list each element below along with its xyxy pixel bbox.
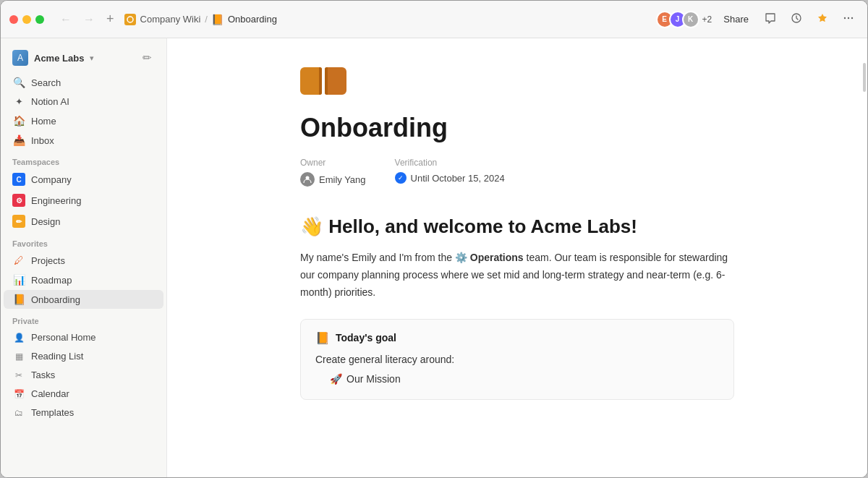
templates-icon: 🗂	[12, 408, 25, 418]
sidebar-item-tasks[interactable]: ✂ Tasks	[4, 366, 163, 384]
add-page-button[interactable]: +	[102, 9, 119, 30]
owner-name: Emily Yang	[319, 174, 366, 185]
company-icon: C	[12, 173, 25, 186]
reading-list-icon: ▦	[12, 351, 25, 362]
sidebar-item-inbox-label: Inbox	[31, 135, 54, 146]
callout-icon: 📙	[315, 331, 330, 345]
sidebar-item-tasks-label: Tasks	[31, 370, 55, 380]
traffic-lights	[9, 15, 44, 24]
workspace-icon	[124, 14, 136, 25]
workspace-name: Acme Labs	[34, 53, 84, 64]
breadcrumb-page[interactable]: Onboarding	[228, 14, 277, 25]
tasks-icon: ✂	[12, 370, 25, 380]
mission-icon: 🚀	[330, 371, 342, 388]
sidebar-item-personal-home[interactable]: 👤 Personal Home	[4, 328, 163, 346]
sidebar-item-onboarding[interactable]: 📙 Onboarding	[4, 290, 163, 309]
workspace-left: A Acme Labs ▾	[12, 50, 94, 66]
personal-home-icon: 👤	[12, 333, 25, 343]
engineering-icon: ⚙	[12, 194, 25, 207]
callout-body: Create general literacy around: 🚀 Our Mi…	[315, 354, 719, 388]
history-button[interactable]	[786, 9, 807, 29]
book-right	[325, 67, 346, 95]
page-meta: Owner Emily Yang Verification ✓ Until	[300, 158, 734, 192]
workspace-header[interactable]: A Acme Labs ▾ ✏	[4, 44, 163, 72]
titlebar: ← → + Company Wiki / 📙 Onboarding E J K …	[1, 1, 867, 38]
search-icon: 🔍	[12, 77, 25, 88]
body-paragraph: My name's Emily and I'm from the ⚙️ Oper…	[300, 249, 734, 301]
more-icon	[843, 12, 854, 24]
verification-label: Verification	[395, 158, 505, 168]
calendar-icon: 📅	[12, 389, 25, 399]
new-page-button[interactable]: ✏	[140, 48, 155, 67]
back-button[interactable]: ←	[56, 10, 76, 29]
verification-icon: ✓	[395, 172, 407, 184]
sidebar-item-inbox[interactable]: 📥 Inbox	[4, 131, 163, 150]
share-button[interactable]: Share	[718, 11, 754, 27]
breadcrumb: Company Wiki / 📙 Onboarding	[124, 14, 656, 25]
sidebar-item-notion-ai-label: Notion AI	[31, 96, 69, 107]
forward-button[interactable]: →	[79, 10, 99, 29]
page-title: Onboarding	[300, 112, 734, 143]
sidebar-item-design-label: Design	[31, 216, 60, 227]
breadcrumb-workspace[interactable]: Company Wiki	[140, 14, 201, 25]
sidebar-item-engineering[interactable]: ⚙ Engineering	[4, 190, 163, 210]
callout-box: 📙 Today's goal Create general literacy a…	[300, 319, 734, 401]
verification-value: ✓ Until October 15, 2024	[395, 172, 505, 184]
ops-icon: ⚙️	[455, 252, 467, 263]
more-button[interactable]	[838, 9, 859, 29]
close-button[interactable]	[9, 15, 18, 24]
favorite-button[interactable]	[812, 9, 833, 29]
projects-icon: 🖊	[12, 255, 25, 266]
avatar-3[interactable]: K	[682, 11, 699, 28]
onboarding-icon: 📙	[12, 294, 25, 305]
sidebar-item-roadmap-label: Roadmap	[31, 275, 72, 286]
home-icon: 🏠	[12, 115, 25, 127]
sidebar: A Acme Labs ▾ ✏ 🔍 Search ✦ Notion AI 🏠 H…	[1, 38, 167, 477]
sidebar-item-company-label: Company	[31, 174, 72, 185]
svg-point-3	[848, 17, 849, 19]
svg-point-2	[844, 17, 846, 19]
sidebar-item-calendar-label: Calendar	[31, 388, 69, 399]
owner-label: Owner	[300, 158, 366, 168]
comment-icon	[765, 12, 776, 24]
list-item: 🚀 Our Mission	[330, 371, 719, 388]
sidebar-item-reading-list[interactable]: ▦ Reading List	[4, 347, 163, 365]
app-window: ← → + Company Wiki / 📙 Onboarding E J K …	[0, 0, 868, 478]
workspace-logo: A	[12, 50, 28, 66]
sidebar-item-home[interactable]: 🏠 Home	[4, 111, 163, 130]
sidebar-item-notion-ai[interactable]: ✦ Notion AI	[4, 93, 163, 111]
sidebar-item-company[interactable]: C Company	[4, 169, 163, 189]
nav-buttons: ← → +	[56, 9, 119, 30]
chevron-down-icon: ▾	[90, 54, 94, 63]
toolbar-right: E J K +2 Share	[656, 9, 859, 29]
minimize-button[interactable]	[22, 15, 31, 24]
callout-title: 📙 Today's goal	[315, 331, 719, 345]
private-section-label: Private	[1, 310, 166, 328]
maximize-button[interactable]	[35, 15, 44, 24]
page-icon	[300, 67, 734, 95]
sidebar-item-projects-label: Projects	[31, 255, 65, 266]
inbox-icon: 📥	[12, 135, 25, 146]
book-spine-left	[319, 67, 322, 95]
collaborator-avatars: E J K +2	[656, 11, 712, 28]
book-left	[300, 67, 322, 95]
sidebar-item-onboarding-label: Onboarding	[31, 294, 80, 305]
roadmap-icon: 📊	[12, 274, 25, 286]
sidebar-item-search[interactable]: 🔍 Search	[4, 73, 163, 92]
comment-button[interactable]	[760, 9, 780, 29]
favorites-section-label: Favorites	[1, 232, 166, 251]
callout-title-text: Today's goal	[336, 332, 396, 343]
sidebar-item-design[interactable]: ✏ Design	[4, 211, 163, 231]
callout-list: 🚀 Our Mission	[330, 371, 719, 388]
sidebar-item-templates[interactable]: 🗂 Templates	[4, 404, 163, 422]
sidebar-item-roadmap[interactable]: 📊 Roadmap	[4, 270, 163, 289]
sidebar-item-calendar[interactable]: 📅 Calendar	[4, 385, 163, 403]
callout-intro: Create general literacy around:	[315, 354, 454, 365]
scrollbar[interactable]	[861, 38, 867, 477]
sidebar-item-projects[interactable]: 🖊 Projects	[4, 251, 163, 270]
mission-text: Our Mission	[346, 371, 401, 388]
verification-field: Verification ✓ Until October 15, 2024	[395, 158, 505, 187]
scrollbar-handle[interactable]	[863, 63, 866, 92]
breadcrumb-page-icon: 📙	[212, 14, 224, 25]
book-spine-right	[325, 67, 328, 95]
